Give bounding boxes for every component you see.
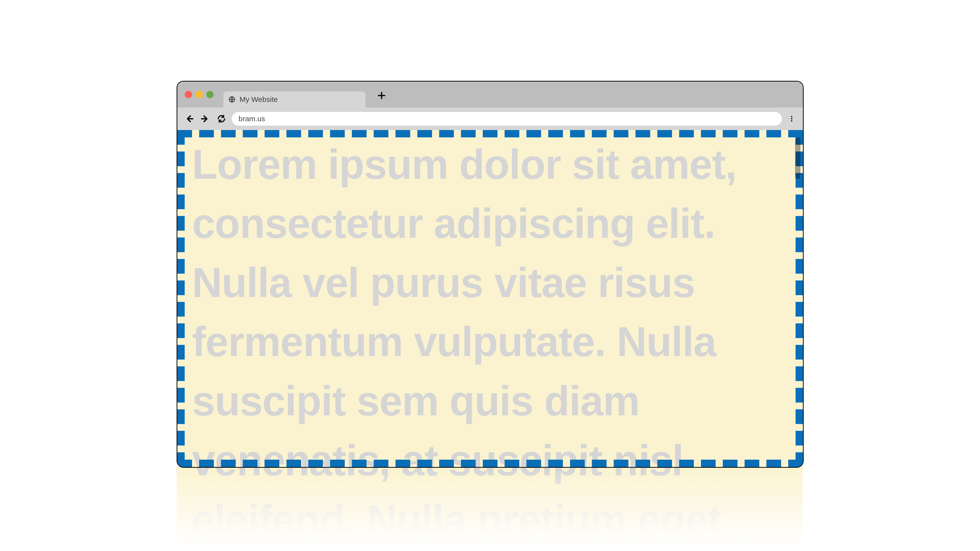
svg-point-1 [791,116,792,117]
browser-viewport: Lorem ipsum dolor sit amet, consectetur … [177,130,803,467]
svg-point-3 [791,120,792,122]
reload-button[interactable] [216,113,227,125]
tab-strip: My Website [177,81,803,108]
browser-menu-button[interactable] [786,113,797,124]
page-overflow-bg [177,467,803,551]
new-tab-button[interactable] [376,90,387,101]
navigation-bar: bram.us [177,108,803,130]
svg-point-2 [791,118,792,119]
browser-window: My Website [177,81,803,468]
globe-icon [228,95,236,103]
address-bar-url: bram.us [239,114,265,123]
window-controls [185,91,213,98]
tab-title: My Website [240,95,278,103]
page-bottom-fade [0,467,980,551]
page-body-text: Lorem ipsum dolor sit amet, consectetur … [177,135,780,467]
address-bar[interactable]: bram.us [232,112,782,125]
browser-tab[interactable]: My Website [223,91,366,108]
forward-button[interactable] [199,113,211,125]
back-button[interactable] [183,113,195,125]
window-minimize-button[interactable] [196,91,203,98]
scrollbar-thumb[interactable] [795,137,800,179]
window-close-button[interactable] [185,91,192,98]
window-zoom-button[interactable] [206,91,213,98]
